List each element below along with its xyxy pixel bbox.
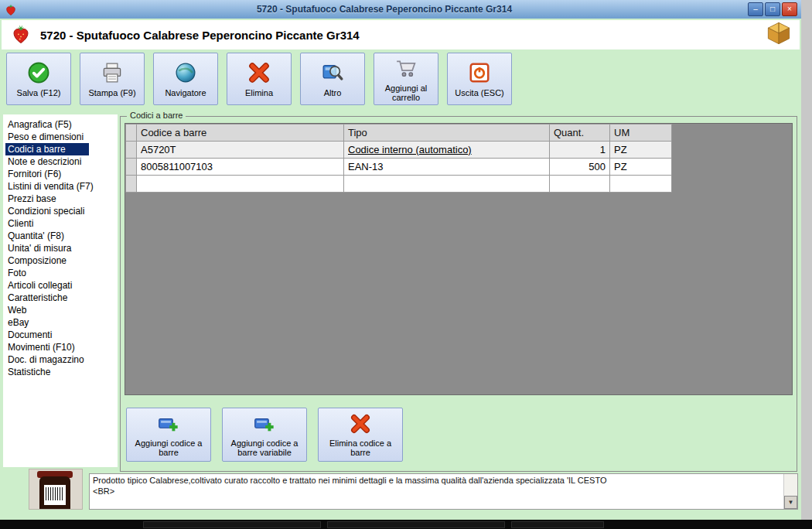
toolbar-label: Elimina xyxy=(245,88,273,97)
app-window: 5720 - Sputafuoco Calabrese Peperoncino … xyxy=(0,0,801,520)
strawberry-icon xyxy=(9,22,32,48)
magnifier-icon xyxy=(321,61,344,86)
column-header-quant[interactable]: Quant. xyxy=(550,125,610,142)
groupbox-label: Codici a barre xyxy=(127,111,186,120)
description-line1: Prodotto tipico Calabrese,coltivato cura… xyxy=(93,475,779,486)
button-label: Elimina codice a barre xyxy=(321,439,400,457)
minimize-button[interactable]: – xyxy=(748,2,763,16)
cell-tipo xyxy=(344,176,550,193)
cell-quant: 500 xyxy=(550,159,610,176)
column-header-codice[interactable]: Codice a barre xyxy=(137,125,344,142)
delete-barcode-button[interactable]: Elimina codice a barre xyxy=(318,408,403,462)
sidebar-item-movimenti[interactable]: Movimenti (F10) xyxy=(5,341,115,353)
app-strawberry-icon xyxy=(4,2,18,16)
table-row-empty[interactable] xyxy=(126,176,672,193)
sidebar-item-prezzi-base[interactable]: Prezzi base xyxy=(5,193,115,205)
column-header-selector xyxy=(126,125,137,142)
barcode-add-icon xyxy=(253,413,276,436)
cell-codice: A5720T xyxy=(137,142,344,159)
add-variable-barcode-button[interactable]: Aggiungi codice a barre variabile xyxy=(222,408,307,462)
sidebar-item-composizione[interactable]: Composizione xyxy=(5,254,115,267)
toolbar-label: Navigatore xyxy=(165,88,206,97)
sidebar-item-codici-barre[interactable]: Codici a barre xyxy=(5,143,89,155)
barcode-add-icon xyxy=(157,413,180,436)
column-header-um[interactable]: UM xyxy=(610,125,672,142)
description-textarea[interactable]: Prodotto tipico Calabrese,coltivato cura… xyxy=(89,473,798,510)
row-selector[interactable] xyxy=(126,176,137,193)
sidebar-item-web[interactable]: Web xyxy=(5,304,115,316)
cell-codice xyxy=(137,176,344,193)
sidebar-item-articoli-collegati[interactable]: Articoli collegati xyxy=(5,279,115,292)
printer-icon xyxy=(101,61,124,86)
window-title: 5720 - Sputafuoco Calabrese Peperoncino … xyxy=(21,4,748,15)
product-photo[interactable] xyxy=(29,469,83,510)
sidebar-item-caratteristiche[interactable]: Caratteristiche xyxy=(5,292,115,304)
taskbar-window-button[interactable] xyxy=(511,521,604,528)
package-icon[interactable] xyxy=(766,22,792,48)
cell-codice: 8005811007103 xyxy=(137,159,344,176)
sidebar-item-fornitori[interactable]: Fornitori (F6) xyxy=(5,168,115,180)
taskbar-window-button[interactable] xyxy=(327,521,505,528)
sidebar: Anagrafica (F5) Peso e dimensioni Codici… xyxy=(3,114,118,467)
description-scrollbar[interactable]: ▼ xyxy=(783,474,797,509)
table-row-ean13[interactable]: 8005811007103 EAN-13 500 PZ xyxy=(126,159,672,176)
delete-x-icon xyxy=(247,61,271,86)
toolbar-label: Uscita (ESC) xyxy=(455,88,504,97)
toolbar-label: Stampa (F9) xyxy=(88,88,135,97)
sidebar-item-listini-vendita[interactable]: Listini di vendita (F7) xyxy=(5,180,115,193)
add-barcode-button[interactable]: Aggiungi codice a barre xyxy=(126,408,211,462)
toolbar: Salva (F12) Stampa (F9) Navigatore Elimi… xyxy=(6,53,512,105)
sidebar-item-note-descrizioni[interactable]: Note e descrizioni xyxy=(5,155,115,168)
column-header-tipo[interactable]: Tipo xyxy=(344,125,550,142)
desktop: 5720 - Sputafuoco Calabrese Peperoncino … xyxy=(0,0,812,529)
delete-x-icon xyxy=(349,413,372,436)
jar-barcode-label xyxy=(44,485,66,505)
sidebar-item-peso-dimensioni[interactable]: Peso e dimensioni xyxy=(5,131,115,143)
taskbar-window-button[interactable] xyxy=(143,521,321,528)
sidebar-item-ebay[interactable]: eBay xyxy=(5,316,115,329)
barcode-groupbox: Codici a barre Codice a barre Tipo Quant… xyxy=(120,116,797,472)
barcode-table: Codice a barre Tipo Quant. UM A5720T Cod… xyxy=(125,124,672,193)
titlebar[interactable]: 5720 - Sputafuoco Calabrese Peperoncino … xyxy=(0,0,801,19)
power-icon xyxy=(468,61,491,86)
exit-button[interactable]: Uscita (ESC) xyxy=(447,53,512,105)
maximize-button[interactable]: □ xyxy=(765,2,780,16)
cell-tipo-link[interactable]: Codice interno (automatico) xyxy=(344,142,550,159)
scroll-down-arrow-icon[interactable]: ▼ xyxy=(784,496,797,509)
row-selector[interactable] xyxy=(126,142,137,159)
taskbar[interactable] xyxy=(0,520,812,529)
table-row-internal-code[interactable]: A5720T Codice interno (automatico) 1 PZ xyxy=(126,142,672,159)
barcode-actions: Aggiungi codice a barre Aggiungi codice … xyxy=(126,408,403,462)
toolbar-label: Aggiungi al carrello xyxy=(377,84,435,102)
navigator-button[interactable]: Navigatore xyxy=(153,53,218,105)
sidebar-item-foto[interactable]: Foto xyxy=(5,267,115,279)
sidebar-item-unita-misura[interactable]: Unita' di misura xyxy=(5,242,115,254)
sidebar-item-condizioni-speciali[interactable]: Condizioni speciali xyxy=(5,205,115,217)
header-bar: 5720 - Sputafuoco Calabrese Peperoncino … xyxy=(2,20,800,49)
button-label: Aggiungi codice a barre variabile xyxy=(225,439,304,457)
sidebar-item-quantita[interactable]: Quantita' (F8) xyxy=(5,230,115,242)
sidebar-item-doc-magazzino[interactable]: Doc. di magazzino xyxy=(5,353,115,366)
row-selector[interactable] xyxy=(126,159,137,176)
cell-quant: 1 xyxy=(550,142,610,159)
cell-quant xyxy=(550,176,610,193)
add-to-cart-button[interactable]: Aggiungi al carrello xyxy=(374,53,438,105)
cell-tipo: EAN-13 xyxy=(344,159,550,176)
cell-um: PZ xyxy=(610,142,672,159)
cart-icon xyxy=(394,56,418,81)
save-check-icon xyxy=(27,61,50,86)
button-label: Aggiungi codice a barre xyxy=(129,439,208,457)
sidebar-item-clienti[interactable]: Clienti xyxy=(5,217,115,230)
sidebar-item-documenti[interactable]: Documenti xyxy=(5,329,115,341)
sidebar-item-statistiche[interactable]: Statistiche xyxy=(5,366,115,378)
print-button[interactable]: Stampa (F9) xyxy=(80,53,145,105)
globe-icon xyxy=(174,61,197,86)
barcode-lines xyxy=(46,487,64,500)
cell-um: PZ xyxy=(610,159,672,176)
save-button[interactable]: Salva (F12) xyxy=(6,53,71,105)
toolbar-label: Altro xyxy=(324,88,342,97)
close-button[interactable]: × xyxy=(782,2,797,16)
other-button[interactable]: Altro xyxy=(300,53,365,105)
sidebar-item-anagrafica[interactable]: Anagrafica (F5) xyxy=(5,118,115,131)
delete-button[interactable]: Elimina xyxy=(227,53,292,105)
